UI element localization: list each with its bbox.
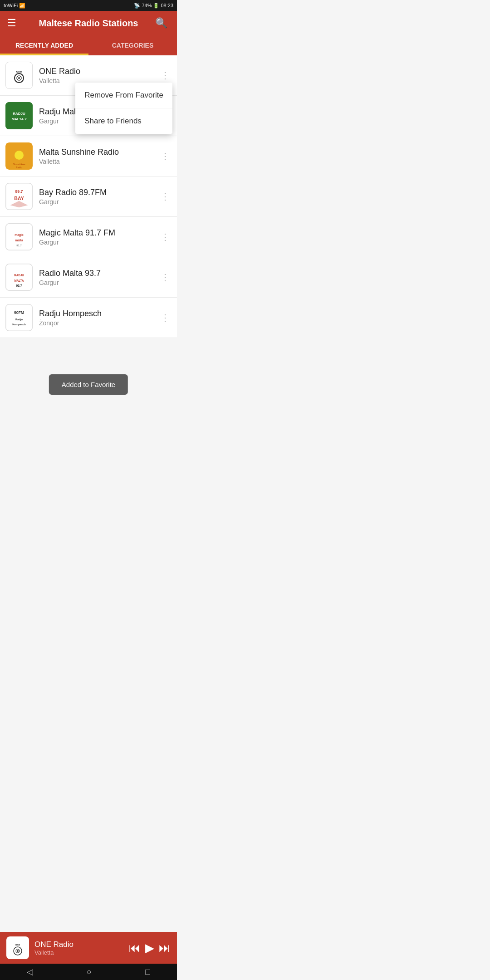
station-logo-radju-malta: RADJU MALTA 2: [5, 102, 33, 129]
station-item-magic-malta[interactable]: magic malta 91.7 Magic Malta 91.7 FM Gar…: [0, 217, 177, 257]
svg-text:93.7: 93.7: [16, 284, 22, 287]
menu-button[interactable]: ☰: [7, 17, 22, 29]
context-menu-remove-favorite[interactable]: Remove From Favorite: [75, 83, 172, 108]
station-item-bay-radio[interactable]: 89.7 BAY Bay Radio 89.7FM Gargur ⋮: [0, 176, 177, 217]
station-info-bay-radio: Bay Radio 89.7FM Gargur: [39, 188, 159, 206]
svg-point-9: [15, 151, 24, 160]
svg-rect-5: [5, 102, 33, 129]
station-item-radio-malta[interactable]: RADJU MALTA 93.7 Radio Malta 93.7 Gargur…: [0, 257, 177, 298]
station-name-radio-malta: Radio Malta 93.7: [39, 269, 159, 278]
station-list: one ONE Radio Valletta ⋮ Remove From Fav…: [0, 55, 177, 338]
station-logo-malta-sunshine: Sunshine Radio: [5, 142, 33, 170]
station-name-bay-radio: Bay Radio 89.7FM: [39, 188, 159, 197]
tabs-bar: RECENTLY ADDED CATEGORIES: [0, 35, 177, 55]
svg-text:Hompesch: Hompesch: [12, 323, 26, 326]
status-right: 📡 74% 🔋 08:23: [134, 3, 173, 9]
svg-text:Radio: Radio: [16, 166, 22, 169]
station-location-magic-malta: Gargur: [39, 239, 159, 246]
more-button-radju-hompesch[interactable]: ⋮: [159, 309, 172, 326]
svg-text:Radju: Radju: [15, 318, 23, 321]
battery-percent: 74%: [142, 3, 152, 8]
station-info-radio-malta: Radio Malta 93.7 Gargur: [39, 269, 159, 286]
station-location-malta-sunshine: Valletta: [39, 158, 159, 165]
wifi-label: toWiFi: [4, 3, 18, 8]
main-content: one ONE Radio Valletta ⋮ Remove From Fav…: [0, 55, 177, 392]
tab-categories[interactable]: CATEGORIES: [88, 35, 177, 55]
svg-text:89.7: 89.7: [15, 189, 23, 194]
station-item-radju-hompesch[interactable]: 90FM Radju Hompesch Radju Hompesch Żonqo…: [0, 298, 177, 338]
app-header: ☰ Maltese Radio Stations 🔍: [0, 11, 177, 35]
station-info-malta-sunshine: Malta Sunshine Radio Valletta: [39, 147, 159, 165]
svg-text:MALTA 2: MALTA 2: [11, 117, 27, 121]
svg-text:magic: magic: [15, 233, 24, 237]
svg-text:RADJU: RADJU: [13, 112, 25, 116]
page-title: Maltese Radio Stations: [22, 18, 155, 29]
svg-text:one: one: [16, 70, 22, 73]
clock: 08:23: [161, 3, 173, 8]
station-logo-bay-radio: 89.7 BAY: [5, 183, 33, 210]
station-item-malta-sunshine[interactable]: Sunshine Radio Malta Sunshine Radio Vall…: [0, 136, 177, 176]
station-logo-radio-malta: RADJU MALTA 93.7: [5, 264, 33, 291]
svg-text:91.7: 91.7: [16, 244, 21, 247]
svg-text:RADJU: RADJU: [14, 274, 24, 277]
context-menu-share-friends[interactable]: Share to Friends: [75, 108, 172, 134]
station-logo-one-radio: one: [5, 62, 33, 89]
context-menu: Remove From Favorite Share to Friends: [75, 83, 172, 134]
station-logo-magic-malta: magic malta 91.7: [5, 223, 33, 250]
svg-text:BAY: BAY: [14, 196, 24, 201]
station-name-magic-malta: Magic Malta 91.7 FM: [39, 228, 159, 238]
search-button[interactable]: 🔍: [155, 17, 170, 29]
station-name-one-radio: ONE Radio: [39, 67, 159, 76]
station-location-radju-hompesch: Żonqor: [39, 319, 159, 327]
signal-icon: 📶: [19, 3, 25, 9]
battery-icon: 🔋: [153, 3, 159, 9]
svg-text:Sunshine: Sunshine: [13, 163, 25, 166]
more-button-one-radio[interactable]: ⋮: [159, 67, 172, 83]
more-button-malta-sunshine[interactable]: ⋮: [159, 148, 172, 164]
more-button-magic-malta[interactable]: ⋮: [159, 229, 172, 245]
svg-text:90FM: 90FM: [14, 310, 24, 315]
station-location-radio-malta: Gargur: [39, 279, 159, 286]
station-name-radju-hompesch: Radju Hompesch: [39, 309, 159, 318]
station-item-one-radio[interactable]: one ONE Radio Valletta ⋮ Remove From Fav…: [0, 55, 177, 96]
status-bar: toWiFi 📶 📡 74% 🔋 08:23: [0, 0, 177, 11]
wifi-icon: 📡: [134, 3, 140, 9]
station-logo-radju-hompesch: 90FM Radju Hompesch: [5, 304, 33, 331]
station-name-malta-sunshine: Malta Sunshine Radio: [39, 147, 159, 157]
svg-rect-0: [6, 63, 32, 88]
svg-text:malta: malta: [15, 239, 23, 242]
status-left: toWiFi 📶: [4, 3, 25, 9]
station-info-one-radio: ONE Radio Valletta: [39, 67, 159, 84]
more-button-radio-malta[interactable]: ⋮: [159, 269, 172, 285]
more-button-bay-radio[interactable]: ⋮: [159, 188, 172, 205]
station-info-magic-malta: Magic Malta 91.7 FM Gargur: [39, 228, 159, 246]
snackbar: Added to Favorite: [49, 374, 128, 395]
tab-recently-added[interactable]: RECENTLY ADDED: [0, 35, 88, 55]
svg-point-4: [18, 77, 20, 79]
station-location-bay-radio: Gargur: [39, 198, 159, 206]
svg-text:MALTA: MALTA: [15, 279, 24, 282]
station-info-radju-hompesch: Radju Hompesch Żonqor: [39, 309, 159, 327]
